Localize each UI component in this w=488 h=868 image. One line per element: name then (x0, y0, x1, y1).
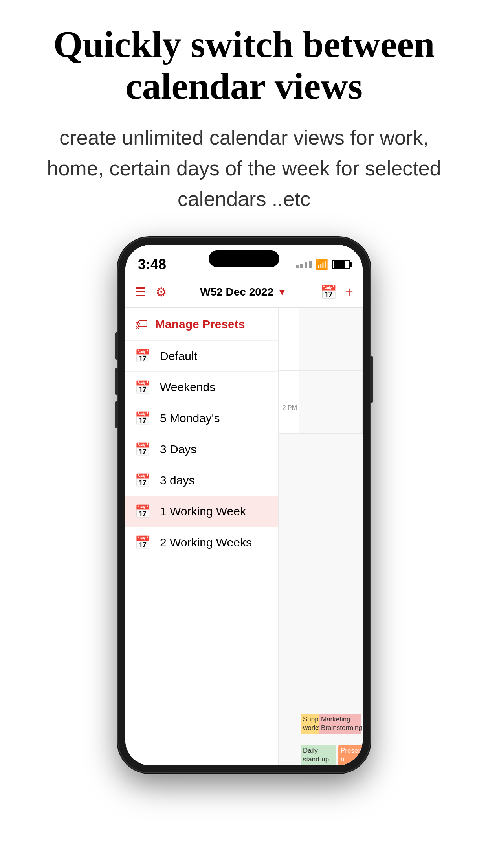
calendar-content-area: 🏷 Manage Presets 📅 Default 📅 Weekends 📅 (125, 308, 363, 765)
calendar-icon: 📅 (135, 380, 152, 395)
preset-3days-label: 3 days (160, 474, 194, 487)
preset-3-days-cap[interactable]: 📅 3 Days (125, 434, 278, 465)
cal-grid-row (279, 308, 363, 339)
bookmark-icon: 🏷 (135, 316, 148, 332)
preset-2ww-label: 2 Working Weeks (160, 536, 252, 549)
dynamic-island (209, 250, 279, 267)
chevron-down-icon[interactable]: ▼ (277, 287, 287, 298)
add-event-button[interactable]: + (345, 284, 353, 300)
list-view-button[interactable]: ☰ (135, 285, 146, 300)
toolbar-left: ☰ ⚙ (135, 285, 167, 300)
preset-weekends-label: Weekends (160, 381, 215, 394)
cal-grid-row (279, 371, 363, 402)
manage-presets-label: Manage Presets (155, 318, 245, 331)
status-time: 3:48 (138, 256, 166, 273)
signal-icon (296, 261, 312, 268)
preset-3-days[interactable]: 📅 3 days (125, 465, 278, 496)
calendar-grid: 2 PM Supplier workshop Marketing Brainst… (279, 308, 363, 765)
calendar-icon: 📅 (135, 349, 152, 364)
preset-default[interactable]: 📅 Default (125, 341, 278, 372)
phone-wrapper: 3:48 📶 ☰ ⚙ W5 (0, 238, 488, 772)
calendar-icon: 📅 (135, 411, 152, 426)
calendar-icon: 📅 (135, 473, 152, 488)
event-presentation: Presentatio n (338, 745, 363, 765)
toolbar-right: 📅 + (320, 283, 353, 301)
preset-3days-cap-label: 3 Days (160, 443, 196, 456)
event-marketing: Marketing Brainstorming (319, 714, 361, 734)
calendar-icon: 📅 (135, 504, 152, 519)
toolbar-center: W52 Dec 2022 ▼ (167, 286, 320, 298)
page-title: Quickly switch between calendar views (31, 24, 457, 107)
phone-device: 3:48 📶 ☰ ⚙ W5 (118, 238, 370, 772)
preset-2-working-weeks[interactable]: 📅 2 Working Weeks (125, 527, 278, 558)
status-bar: 3:48 📶 (125, 245, 363, 276)
preset-5-mondays[interactable]: 📅 5 Monday's (125, 403, 278, 434)
today-button[interactable]: 📅 (320, 283, 337, 301)
phone-screen: 3:48 📶 ☰ ⚙ W5 (125, 245, 363, 765)
settings-button[interactable]: ⚙ (156, 285, 167, 300)
status-icons: 📶 (296, 259, 350, 271)
toolbar: ☰ ⚙ W52 Dec 2022 ▼ 📅 + (125, 276, 363, 308)
battery-icon (332, 260, 350, 269)
week-label: W52 Dec 2022 (200, 286, 273, 298)
preset-default-label: Default (160, 349, 197, 363)
event-standup: Daily stand-up (301, 745, 336, 765)
presets-dropdown: 🏷 Manage Presets 📅 Default 📅 Weekends 📅 (125, 308, 279, 765)
top-section: Quickly switch between calendar views cr… (0, 0, 488, 222)
cal-grid-row: 2 PM (279, 402, 363, 434)
cal-grid-row (279, 339, 363, 371)
preset-1-working-week[interactable]: 📅 1 Working Week (125, 496, 278, 527)
page-subtitle: create unlimited calendar views for work… (31, 122, 457, 214)
calendar-icon: 📅 (135, 535, 152, 550)
calendar-icon: 📅 (135, 442, 152, 457)
manage-presets-header[interactable]: 🏷 Manage Presets (125, 308, 278, 341)
preset-weekends[interactable]: 📅 Weekends (125, 372, 278, 403)
preset-5mondays-label: 5 Monday's (160, 412, 220, 425)
preset-1ww-label: 1 Working Week (160, 505, 246, 518)
wifi-icon: 📶 (316, 259, 328, 271)
